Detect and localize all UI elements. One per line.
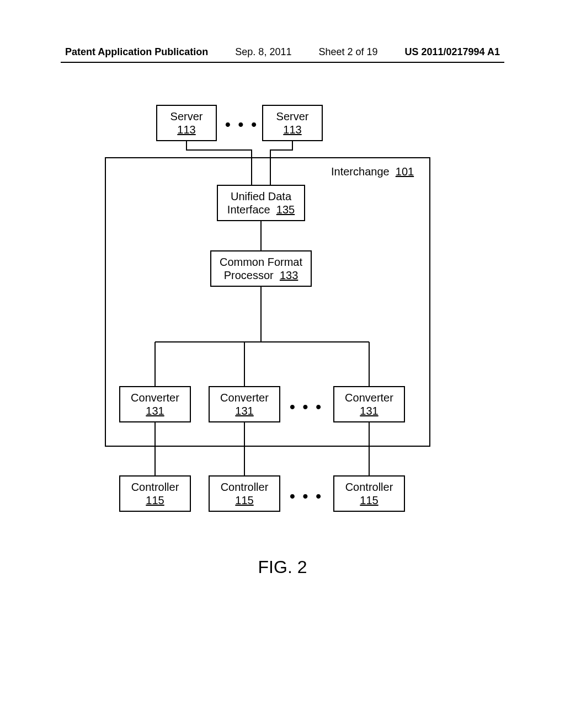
interchange-ref: 101 [396, 165, 414, 178]
publication-number: US 2011/0217994 A1 [405, 46, 500, 58]
controller-label: Controller [345, 480, 393, 494]
figure-caption: FIG. 2 [0, 557, 565, 577]
ellipsis-servers: • • • [225, 116, 258, 133]
converter-box-2: Converter 131 [209, 386, 280, 422]
server-ref: 113 [177, 123, 195, 136]
unified-data-interface-box: Unified Data Interface 135 [217, 185, 305, 221]
header-rule [61, 62, 504, 63]
cfp-line2: Processor [224, 269, 274, 281]
controller-box-3: Controller 115 [333, 475, 405, 512]
controller-label: Controller [131, 480, 179, 494]
server-ref: 113 [283, 123, 301, 136]
converter-label: Converter [220, 391, 269, 404]
common-format-processor-box: Common Format Processor 133 [210, 250, 312, 287]
controller-ref: 115 [360, 494, 378, 507]
converter-ref: 131 [235, 404, 253, 417]
ellipsis-converters: • • • [290, 398, 323, 416]
sheet-number: Sheet 2 of 19 [318, 46, 377, 58]
udi-ref: 135 [276, 204, 295, 216]
converter-label: Converter [131, 391, 179, 404]
server-label: Server [276, 110, 309, 123]
controller-box-1: Controller 115 [119, 475, 191, 512]
publication-label: Patent Application Publication [65, 46, 208, 58]
cfp-ref: 133 [280, 269, 298, 281]
page-header: Patent Application Publication Sep. 8, 2… [0, 46, 565, 58]
controller-ref: 115 [235, 494, 253, 507]
interchange-text: Interchange [331, 165, 390, 178]
converter-ref: 131 [360, 404, 378, 417]
converter-box-1: Converter 131 [119, 386, 191, 422]
server-label: Server [170, 110, 203, 123]
interchange-label: Interchange 101 [331, 165, 414, 178]
converter-box-3: Converter 131 [333, 386, 405, 422]
figure-diagram: Interchange 101 Server 113 • • • Server … [0, 105, 565, 535]
ellipsis-controllers: • • • [290, 488, 323, 505]
converter-label: Converter [345, 391, 393, 404]
server-box-1: Server 113 [156, 105, 217, 141]
controller-box-2: Controller 115 [209, 475, 280, 512]
controller-label: Controller [221, 480, 269, 494]
controller-ref: 115 [146, 494, 164, 507]
udi-line2: Interface [227, 204, 270, 216]
converter-ref: 131 [146, 404, 164, 417]
cfp-line1: Common Format [220, 255, 302, 269]
publication-date: Sep. 8, 2011 [235, 46, 291, 58]
server-box-2: Server 113 [262, 105, 323, 141]
udi-line1: Unified Data [231, 190, 291, 203]
